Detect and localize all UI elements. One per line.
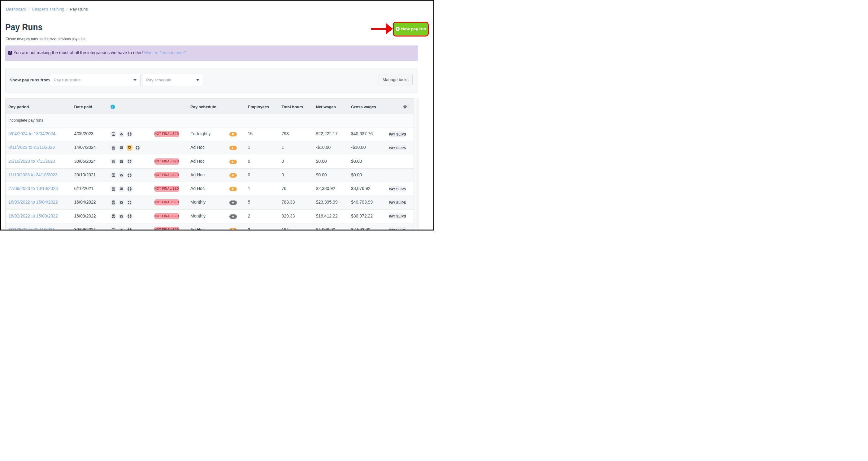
svg-text:i: i <box>112 105 113 108</box>
